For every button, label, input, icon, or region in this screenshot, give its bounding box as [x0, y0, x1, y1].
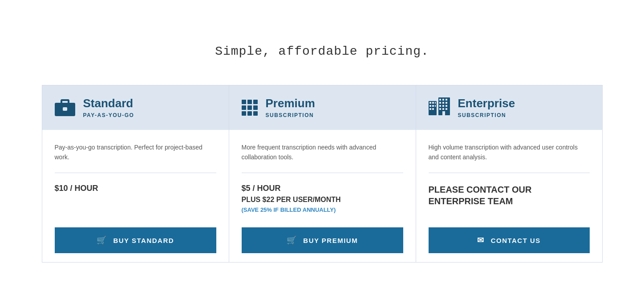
premium-price: $5 / HOUR PLUS $22 PER USER/MONTH (SAVE … — [242, 184, 403, 213]
svg-rect-16 — [439, 105, 441, 107]
enterprise-price-text: PLEASE CONTACT OUR ENTERPRISE TEAM — [429, 185, 532, 206]
enterprise-card-header: Enterprise SUBSCRIPTION — [416, 85, 602, 130]
premium-price-savings: (SAVE 25% IF BILLED ANNUALLY) — [242, 206, 403, 213]
pricing-cards-container: Standard PAY-AS-YOU-GO Pay-as-you-go tra… — [33, 85, 612, 263]
svg-rect-13 — [439, 102, 441, 104]
standard-card: Standard PAY-AS-YOU-GO Pay-as-you-go tra… — [42, 85, 229, 263]
svg-rect-19 — [439, 108, 441, 110]
enterprise-card-title: Enterprise — [458, 97, 515, 110]
premium-card-subtitle: SUBSCRIPTION — [266, 112, 315, 118]
enterprise-header-text: Enterprise SUBSCRIPTION — [458, 97, 515, 118]
enterprise-price: PLEASE CONTACT OUR ENTERPRISE TEAM — [429, 184, 590, 213]
svg-rect-4 — [429, 105, 431, 107]
svg-rect-11 — [442, 99, 444, 101]
standard-card-body: Pay-as-you-go transcription. Perfect for… — [42, 130, 229, 263]
svg-rect-6 — [435, 105, 436, 107]
premium-card-title: Premium — [266, 97, 315, 110]
premium-card: Premium SUBSCRIPTION More frequent trans… — [229, 85, 416, 263]
svg-rect-5 — [432, 105, 434, 107]
svg-rect-3 — [435, 102, 436, 104]
svg-rect-17 — [442, 105, 444, 107]
premium-description: More frequent transcription needs with a… — [242, 142, 403, 174]
building-icon — [429, 97, 450, 117]
standard-price: $10 / HOUR — [55, 184, 216, 213]
standard-description: Pay-as-you-go transcription. Perfect for… — [55, 142, 216, 174]
standard-card-subtitle: PAY-AS-YOU-GO — [83, 112, 134, 118]
premium-price-main: $5 / HOUR — [242, 184, 403, 193]
svg-rect-15 — [446, 102, 447, 104]
svg-rect-20 — [442, 108, 444, 110]
svg-rect-18 — [446, 105, 447, 107]
svg-rect-8 — [432, 108, 434, 110]
premium-card-body: More frequent transcription needs with a… — [229, 130, 416, 263]
svg-rect-21 — [446, 108, 447, 110]
grid-icon — [242, 100, 258, 116]
standard-price-main: $10 / HOUR — [55, 184, 216, 193]
premium-card-header: Premium SUBSCRIPTION — [229, 85, 416, 130]
buy-standard-label: BUY STANDARD — [113, 237, 174, 244]
svg-rect-7 — [429, 108, 431, 110]
svg-rect-12 — [446, 99, 447, 101]
enterprise-card-body: High volume transcription with advanced … — [416, 130, 602, 263]
buy-standard-button[interactable]: 🛒 BUY STANDARD — [55, 227, 216, 253]
svg-rect-14 — [442, 102, 444, 104]
svg-rect-22 — [442, 111, 445, 115]
briefcase-icon — [55, 99, 75, 116]
buy-premium-button[interactable]: 🛒 BUY PREMIUM — [242, 227, 403, 253]
svg-rect-1 — [429, 102, 431, 104]
premium-price-sub: PLUS $22 PER USER/MONTH — [242, 196, 403, 204]
standard-card-header: Standard PAY-AS-YOU-GO — [42, 85, 229, 130]
standard-header-text: Standard PAY-AS-YOU-GO — [83, 97, 134, 118]
enterprise-description: High volume transcription with advanced … — [429, 142, 590, 174]
cart-icon: 🛒 — [97, 235, 107, 245]
page-title: Simple, affordable pricing. — [215, 44, 429, 58]
premium-header-text: Premium SUBSCRIPTION — [266, 97, 315, 118]
buy-premium-label: BUY PREMIUM — [303, 237, 358, 244]
contact-us-label: CONTACT US — [491, 237, 541, 244]
cart-icon-premium: 🛒 — [287, 235, 297, 245]
svg-rect-10 — [439, 99, 441, 101]
enterprise-card-subtitle: SUBSCRIPTION — [458, 112, 515, 118]
contact-us-button[interactable]: ✉ CONTACT US — [429, 227, 590, 253]
svg-rect-2 — [432, 102, 434, 104]
envelope-icon: ✉ — [477, 235, 485, 245]
enterprise-card: Enterprise SUBSCRIPTION High volume tran… — [416, 85, 603, 263]
standard-card-title: Standard — [83, 97, 134, 110]
